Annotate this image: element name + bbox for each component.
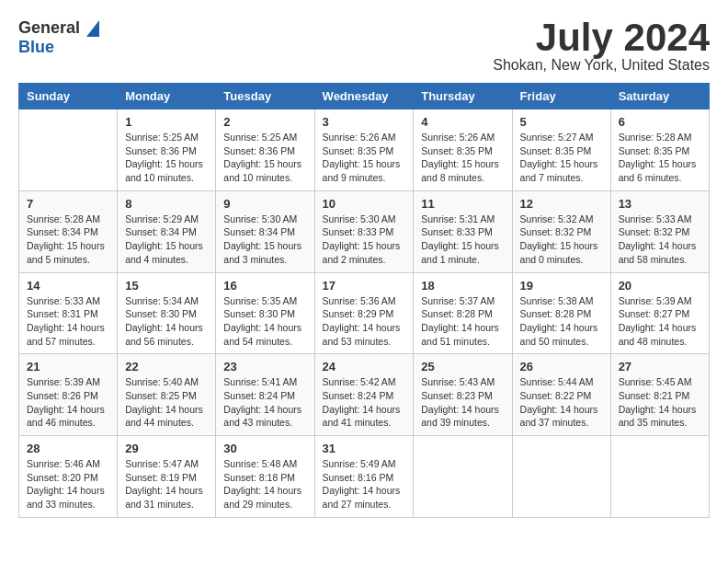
day-number: 29 bbox=[125, 442, 208, 455]
month-title: July 2024 bbox=[493, 18, 710, 57]
day-number: 23 bbox=[223, 360, 306, 373]
calendar-cell: 25Sunrise: 5:43 AM Sunset: 8:23 PM Dayli… bbox=[414, 354, 512, 436]
calendar-cell: 14Sunrise: 5:33 AM Sunset: 8:31 PM Dayli… bbox=[19, 272, 118, 354]
calendar-cell: 6Sunrise: 5:28 AM Sunset: 8:35 PM Daylig… bbox=[610, 109, 709, 191]
calendar-cell: 19Sunrise: 5:38 AM Sunset: 8:28 PM Dayli… bbox=[512, 272, 610, 354]
day-number: 16 bbox=[223, 279, 306, 293]
day-number: 14 bbox=[27, 279, 109, 293]
day-number: 27 bbox=[619, 360, 701, 373]
day-info: Sunrise: 5:30 AM Sunset: 8:34 PM Dayligh… bbox=[223, 213, 306, 267]
day-info: Sunrise: 5:42 AM Sunset: 8:24 PM Dayligh… bbox=[323, 375, 406, 430]
svg-marker-0 bbox=[86, 20, 99, 37]
calendar-week-row: 14Sunrise: 5:33 AM Sunset: 8:31 PM Dayli… bbox=[19, 272, 710, 354]
day-info: Sunrise: 5:28 AM Sunset: 8:34 PM Dayligh… bbox=[27, 213, 109, 267]
calendar-cell: 17Sunrise: 5:36 AM Sunset: 8:29 PM Dayli… bbox=[314, 272, 414, 354]
day-number: 28 bbox=[27, 442, 109, 455]
day-number: 8 bbox=[125, 197, 208, 211]
calendar-cell bbox=[414, 436, 512, 518]
day-number: 13 bbox=[619, 197, 701, 211]
day-number: 10 bbox=[323, 197, 406, 211]
day-info: Sunrise: 5:47 AM Sunset: 8:19 PM Dayligh… bbox=[125, 457, 208, 511]
day-info: Sunrise: 5:34 AM Sunset: 8:30 PM Dayligh… bbox=[125, 294, 208, 349]
calendar-cell: 28Sunrise: 5:46 AM Sunset: 8:20 PM Dayli… bbox=[19, 436, 118, 518]
day-number: 31 bbox=[323, 442, 406, 455]
day-number: 18 bbox=[421, 279, 504, 293]
day-info: Sunrise: 5:31 AM Sunset: 8:33 PM Dayligh… bbox=[421, 213, 504, 267]
day-number: 1 bbox=[125, 115, 208, 129]
day-number: 17 bbox=[323, 279, 406, 293]
day-info: Sunrise: 5:44 AM Sunset: 8:22 PM Dayligh… bbox=[520, 375, 603, 430]
calendar-cell: 24Sunrise: 5:42 AM Sunset: 8:24 PM Dayli… bbox=[314, 354, 414, 436]
weekday-header-thursday: Thursday bbox=[414, 84, 512, 109]
calendar-cell: 9Sunrise: 5:30 AM Sunset: 8:34 PM Daylig… bbox=[216, 190, 314, 272]
day-number: 30 bbox=[223, 442, 306, 455]
day-info: Sunrise: 5:32 AM Sunset: 8:32 PM Dayligh… bbox=[520, 213, 603, 267]
weekday-header-wednesday: Wednesday bbox=[314, 84, 414, 109]
calendar-cell: 1Sunrise: 5:25 AM Sunset: 8:36 PM Daylig… bbox=[118, 109, 216, 191]
logo-line1: General bbox=[18, 18, 99, 38]
calendar-cell bbox=[19, 109, 118, 191]
calendar-week-row: 28Sunrise: 5:46 AM Sunset: 8:20 PM Dayli… bbox=[19, 436, 710, 518]
calendar-cell: 4Sunrise: 5:26 AM Sunset: 8:35 PM Daylig… bbox=[414, 109, 512, 191]
logo-triangle-icon bbox=[86, 20, 99, 37]
location: Shokan, New York, United States bbox=[493, 57, 710, 74]
day-info: Sunrise: 5:26 AM Sunset: 8:35 PM Dayligh… bbox=[421, 131, 504, 185]
calendar-cell: 18Sunrise: 5:37 AM Sunset: 8:28 PM Dayli… bbox=[414, 272, 512, 354]
day-info: Sunrise: 5:39 AM Sunset: 8:26 PM Dayligh… bbox=[27, 375, 109, 430]
day-number: 26 bbox=[520, 360, 603, 373]
day-info: Sunrise: 5:33 AM Sunset: 8:31 PM Dayligh… bbox=[27, 294, 109, 349]
calendar-cell: 26Sunrise: 5:44 AM Sunset: 8:22 PM Dayli… bbox=[512, 354, 610, 436]
day-number: 5 bbox=[520, 115, 603, 129]
logo-line2: Blue bbox=[18, 38, 99, 57]
calendar-cell: 22Sunrise: 5:40 AM Sunset: 8:25 PM Dayli… bbox=[118, 354, 216, 436]
calendar-cell: 12Sunrise: 5:32 AM Sunset: 8:32 PM Dayli… bbox=[512, 190, 610, 272]
day-info: Sunrise: 5:40 AM Sunset: 8:25 PM Dayligh… bbox=[125, 375, 208, 430]
calendar-cell: 15Sunrise: 5:34 AM Sunset: 8:30 PM Dayli… bbox=[118, 272, 216, 354]
logo: General Blue bbox=[18, 18, 99, 56]
day-info: Sunrise: 5:46 AM Sunset: 8:20 PM Dayligh… bbox=[27, 457, 109, 511]
weekday-header-row: SundayMondayTuesdayWednesdayThursdayFrid… bbox=[19, 84, 710, 109]
calendar-cell: 29Sunrise: 5:47 AM Sunset: 8:19 PM Dayli… bbox=[118, 436, 216, 518]
day-number: 7 bbox=[27, 197, 109, 211]
calendar-table: SundayMondayTuesdayWednesdayThursdayFrid… bbox=[18, 83, 710, 518]
calendar-week-row: 21Sunrise: 5:39 AM Sunset: 8:26 PM Dayli… bbox=[19, 354, 710, 436]
title-section: July 2024 Shokan, New York, United State… bbox=[493, 18, 710, 74]
calendar-cell: 30Sunrise: 5:48 AM Sunset: 8:18 PM Dayli… bbox=[216, 436, 314, 518]
day-number: 12 bbox=[520, 197, 603, 211]
day-number: 22 bbox=[125, 360, 208, 373]
weekday-header-saturday: Saturday bbox=[610, 84, 709, 109]
calendar-cell: 16Sunrise: 5:35 AM Sunset: 8:30 PM Dayli… bbox=[216, 272, 314, 354]
day-info: Sunrise: 5:29 AM Sunset: 8:34 PM Dayligh… bbox=[125, 213, 208, 267]
day-info: Sunrise: 5:41 AM Sunset: 8:24 PM Dayligh… bbox=[223, 375, 306, 430]
weekday-header-tuesday: Tuesday bbox=[216, 84, 314, 109]
calendar-cell: 20Sunrise: 5:39 AM Sunset: 8:27 PM Dayli… bbox=[610, 272, 709, 354]
day-info: Sunrise: 5:35 AM Sunset: 8:30 PM Dayligh… bbox=[223, 294, 306, 349]
calendar-cell: 5Sunrise: 5:27 AM Sunset: 8:35 PM Daylig… bbox=[512, 109, 610, 191]
day-info: Sunrise: 5:37 AM Sunset: 8:28 PM Dayligh… bbox=[421, 294, 504, 349]
day-info: Sunrise: 5:36 AM Sunset: 8:29 PM Dayligh… bbox=[323, 294, 406, 349]
calendar-cell: 11Sunrise: 5:31 AM Sunset: 8:33 PM Dayli… bbox=[414, 190, 512, 272]
day-number: 9 bbox=[223, 197, 306, 211]
calendar-cell: 13Sunrise: 5:33 AM Sunset: 8:32 PM Dayli… bbox=[610, 190, 709, 272]
day-info: Sunrise: 5:49 AM Sunset: 8:16 PM Dayligh… bbox=[323, 457, 406, 511]
day-info: Sunrise: 5:43 AM Sunset: 8:23 PM Dayligh… bbox=[421, 375, 504, 430]
day-number: 11 bbox=[421, 197, 504, 211]
calendar-cell: 2Sunrise: 5:25 AM Sunset: 8:36 PM Daylig… bbox=[216, 109, 314, 191]
day-number: 21 bbox=[27, 360, 109, 373]
calendar-cell: 21Sunrise: 5:39 AM Sunset: 8:26 PM Dayli… bbox=[19, 354, 118, 436]
day-number: 20 bbox=[619, 279, 701, 293]
page-header: General Blue July 2024 Shokan, New York,… bbox=[18, 18, 710, 74]
day-info: Sunrise: 5:30 AM Sunset: 8:33 PM Dayligh… bbox=[323, 213, 406, 267]
day-number: 25 bbox=[421, 360, 504, 373]
calendar-cell: 31Sunrise: 5:49 AM Sunset: 8:16 PM Dayli… bbox=[314, 436, 414, 518]
day-number: 19 bbox=[520, 279, 603, 293]
calendar-cell: 3Sunrise: 5:26 AM Sunset: 8:35 PM Daylig… bbox=[314, 109, 414, 191]
day-info: Sunrise: 5:25 AM Sunset: 8:36 PM Dayligh… bbox=[125, 131, 208, 185]
weekday-header-monday: Monday bbox=[118, 84, 216, 109]
day-info: Sunrise: 5:33 AM Sunset: 8:32 PM Dayligh… bbox=[619, 213, 701, 267]
day-info: Sunrise: 5:28 AM Sunset: 8:35 PM Dayligh… bbox=[619, 131, 701, 185]
calendar-cell: 23Sunrise: 5:41 AM Sunset: 8:24 PM Dayli… bbox=[216, 354, 314, 436]
day-info: Sunrise: 5:45 AM Sunset: 8:21 PM Dayligh… bbox=[619, 375, 701, 430]
day-number: 2 bbox=[223, 115, 306, 129]
day-number: 3 bbox=[323, 115, 406, 129]
